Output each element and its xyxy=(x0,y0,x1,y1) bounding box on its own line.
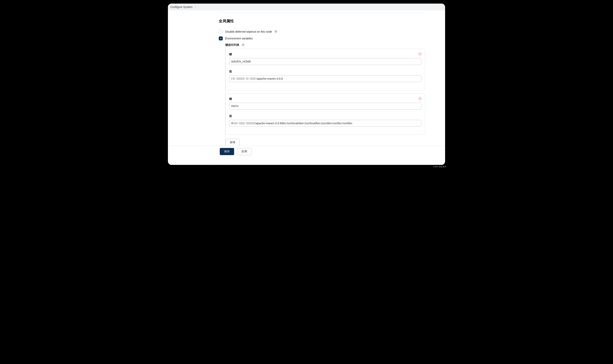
key-label: 键 xyxy=(229,52,421,56)
key-label: 键 xyxy=(229,97,421,101)
remove-entry-button[interactable] xyxy=(418,96,422,101)
watermark: CSDN @走走停 xyxy=(433,166,446,168)
redacted-region xyxy=(232,78,256,80)
key-input[interactable] xyxy=(229,103,421,109)
value-suffix: /apache-maven-3.8.8 xyxy=(256,77,283,80)
chevron-right-icon xyxy=(195,6,196,8)
breadcrumb: Configure System xyxy=(168,4,445,10)
env-vars-checkbox[interactable] xyxy=(219,37,223,40)
value-prefix: / xyxy=(231,77,232,80)
redacted-region xyxy=(234,122,255,124)
key-input[interactable] xyxy=(229,58,421,65)
help-icon[interactable]: ? xyxy=(241,43,245,47)
apply-button[interactable]: 应用 xyxy=(237,148,252,155)
kv-entry: 键 值 /h xyxy=(225,93,425,135)
footer-bar: 保存 应用 xyxy=(168,146,445,158)
save-button[interactable]: 保存 xyxy=(220,148,234,155)
value-suffix: /apache-maven-3.8.8/bin:/usr/local/sbin:… xyxy=(255,122,352,125)
divider xyxy=(219,12,425,13)
disable-wipeout-checkbox[interactable] xyxy=(219,30,223,34)
remove-entry-button[interactable] xyxy=(418,52,422,56)
disable-wipeout-label: Disable deferred wipeout on this node xyxy=(225,30,272,33)
kv-entry: 键 值 / xyxy=(225,49,425,90)
value-label: 值 xyxy=(229,114,421,118)
help-icon[interactable]: ? xyxy=(274,30,278,33)
breadcrumb-title[interactable]: Configure System xyxy=(170,5,193,9)
env-vars-label: Environment variables xyxy=(225,37,253,40)
kv-list-label: 键值对列表 xyxy=(225,43,239,47)
value-prefix: /h xyxy=(231,122,234,125)
section-title: 全局属性 xyxy=(219,18,425,24)
value-label: 值 xyxy=(229,70,421,73)
add-entry-button[interactable]: 新增 xyxy=(225,139,240,146)
